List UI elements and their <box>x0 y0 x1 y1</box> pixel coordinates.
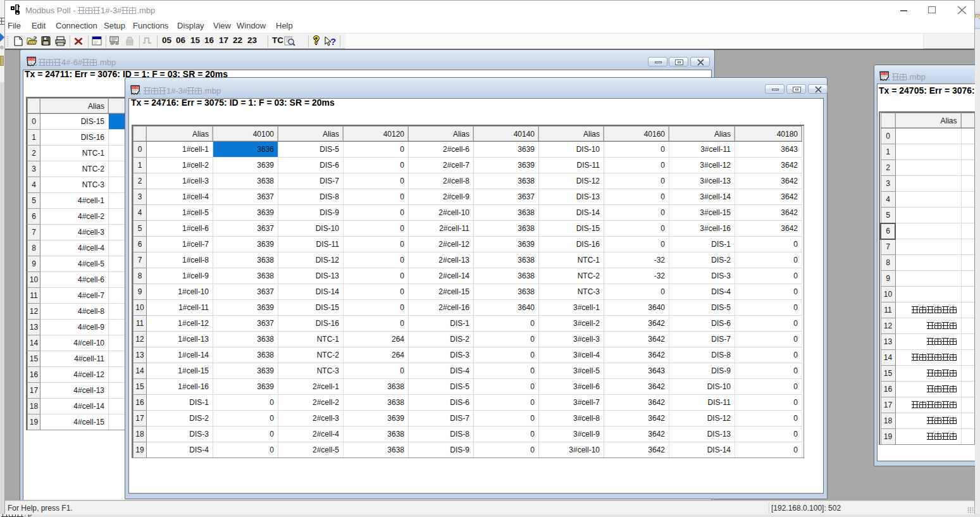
svg-text:?: ? <box>330 36 336 47</box>
